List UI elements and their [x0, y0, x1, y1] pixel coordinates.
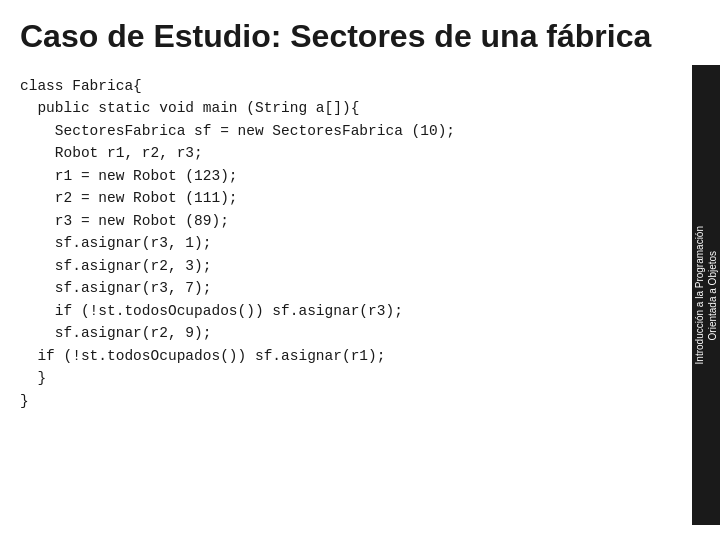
- page-container: Caso de Estudio: Sectores de una fábrica…: [0, 0, 720, 540]
- code-line: }: [20, 367, 672, 389]
- code-line: Robot r1, r2, r3;: [20, 142, 672, 164]
- code-line: r3 = new Robot (89);: [20, 210, 672, 232]
- code-line: }: [20, 390, 672, 412]
- sidebar-inner: Introducción a la ProgramaciónOrientada …: [689, 65, 720, 525]
- code-line: sf.asignar(r2, 9);: [20, 322, 672, 344]
- code-line: if (!st.todosOcupados()) sf.asignar(r3);: [20, 300, 672, 322]
- code-line: if (!st.todosOcupados()) sf.asignar(r1);: [20, 345, 672, 367]
- code-line: class Fabrica{: [20, 75, 672, 97]
- code-block: class Fabrica{ public static void main (…: [0, 65, 692, 525]
- sidebar-text: Introducción a la ProgramaciónOrientada …: [693, 226, 719, 364]
- title-bar: Caso de Estudio: Sectores de una fábrica: [0, 0, 720, 65]
- content-area: class Fabrica{ public static void main (…: [0, 65, 720, 525]
- code-line: r1 = new Robot (123);: [20, 165, 672, 187]
- page-title: Caso de Estudio: Sectores de una fábrica: [20, 18, 651, 54]
- sidebar-label: Introducción a la ProgramaciónOrientada …: [692, 65, 720, 525]
- code-line: sf.asignar(r3, 7);: [20, 277, 672, 299]
- code-line: r2 = new Robot (111);: [20, 187, 672, 209]
- code-line: public static void main (String a[]){: [20, 97, 672, 119]
- code-line: sf.asignar(r3, 1);: [20, 232, 672, 254]
- code-line: sf.asignar(r2, 3);: [20, 255, 672, 277]
- code-line: SectoresFabrica sf = new SectoresFabrica…: [20, 120, 672, 142]
